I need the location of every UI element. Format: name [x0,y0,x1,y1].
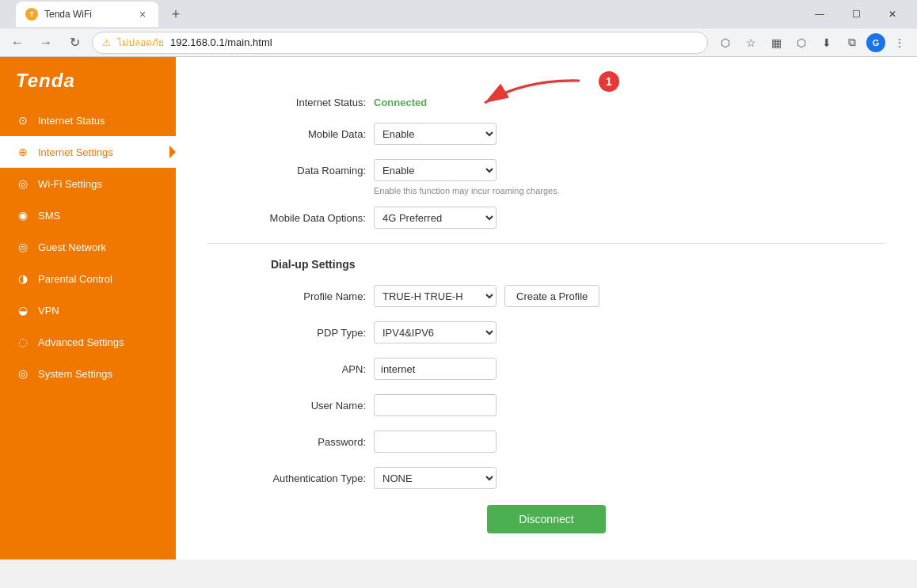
sidebar-item-sms[interactable]: ◉ SMS [0,199,176,231]
active-arrow [169,146,176,158]
disconnect-button[interactable]: Disconnect [487,505,605,533]
address-text: 192.168.0.1/main.html [170,36,698,48]
data-roaming-help-text: Enable this function may incur roaming c… [374,186,885,195]
parental-icon: ◑ [16,272,30,285]
cast-icon-button[interactable]: ⬡ [714,32,736,54]
security-icon: ⚠ [102,37,111,48]
sms-icon: ◉ [16,209,30,222]
auth-type-row: Authentication Type: NONE PAP CHAP [207,467,885,489]
profile-name-select[interactable]: TRUE-H TRUE-H [374,285,497,307]
bookmark-button[interactable]: ☆ [740,32,762,54]
apn-label: APN: [207,363,366,375]
data-roaming-label: Data Roaming: [207,165,366,176]
download-button[interactable]: ⬇ [816,32,838,54]
annotation-badge: 1 [599,71,619,92]
address-bar: ← → ↻ ⚠ ไม่ปลอดภัย 192.168.0.1/main.html… [0,28,917,57]
google-meet-button[interactable]: ▦ [765,32,787,54]
sidebar-logo: Tenda [0,57,176,104]
password-label: Password: [207,436,366,448]
mobile-data-options-row: Mobile Data Options: 4G Preferred 4G Onl… [207,207,885,229]
forward-button[interactable]: → [35,32,57,54]
wifi-icon: ◎ [16,177,30,190]
profile-name-label: Profile Name: [207,290,366,302]
tab-favicon: T [25,8,38,21]
internet-status-row: Internet Status: Connected [207,97,885,108]
internet-status-value: Connected [374,97,427,108]
sidebar: Tenda ⊙ Internet Status ⊕ Internet Setti… [0,57,176,560]
sidebar-item-parental-label: Parental Control [38,273,112,285]
sidebar-item-sms-label: SMS [38,210,60,222]
new-tab-button[interactable]: + [165,3,187,25]
window-controls: — ☐ ✕ [801,0,911,28]
annotation-arrow [461,71,603,119]
extensions-button[interactable]: ⬡ [790,32,812,54]
sidebar-item-guest-network[interactable]: ◎ Guest Network [0,231,176,263]
main-content: 1 Internet Status: Connected Mobile Data… [176,57,917,560]
internet-status-label: Internet Status: [207,97,366,108]
puzzle-button[interactable]: ⧉ [841,32,863,54]
pdp-type-label: PDP Type: [207,327,366,339]
sidebar-item-vpn-label: VPN [38,305,59,317]
mobile-data-label: Mobile Data: [207,128,366,140]
password-input[interactable] [374,431,497,453]
pdp-type-row: PDP Type: IPV4&IPV6 IPV4 IPV6 [207,321,885,343]
mobile-data-row: Mobile Data: Enable Disable [207,123,885,145]
sidebar-item-vpn[interactable]: ◒ VPN [0,294,176,326]
username-label: User Name: [207,400,366,412]
sidebar-item-parental-control[interactable]: ◑ Parental Control [0,263,176,294]
reload-button[interactable]: ↻ [63,32,86,54]
sidebar-item-wifi-label: Wi-Fi Settings [38,178,102,190]
data-roaming-select[interactable]: Enable Disable [374,159,497,181]
maximize-button[interactable]: ☐ [838,0,874,28]
app-layout: Tenda ⊙ Internet Status ⊕ Internet Setti… [0,57,917,560]
security-warning-text: ไม่ปลอดภัย [117,35,164,50]
system-settings-icon: ◎ [16,367,30,380]
sidebar-item-advanced-label: Advanced Settings [38,336,124,348]
section-divider [207,243,885,244]
username-input[interactable] [374,394,497,416]
mobile-data-options-label: Mobile Data Options: [207,212,366,224]
tab-close-button[interactable]: × [136,8,149,21]
sidebar-item-internet-settings-label: Internet Settings [38,146,113,158]
create-profile-button[interactable]: Create a Profile [504,285,599,307]
sidebar-item-wifi-settings[interactable]: ◎ Wi-Fi Settings [0,168,176,199]
sidebar-item-internet-status-label: Internet Status [38,115,105,127]
menu-button[interactable]: ⋮ [888,32,911,54]
advanced-settings-icon: ◌ [16,336,30,348]
minimize-button[interactable]: — [801,0,838,28]
guest-network-icon: ◎ [16,241,30,253]
auth-type-select[interactable]: NONE PAP CHAP [374,467,497,489]
data-roaming-row: Data Roaming: Enable Disable [207,159,885,181]
sidebar-item-internet-status[interactable]: ⊙ Internet Status [0,104,176,136]
password-row: Password: [207,431,885,453]
tab-label: Tenda WiFi [44,9,130,20]
sidebar-item-system-settings[interactable]: ◎ System Settings [0,358,176,389]
sidebar-item-system-label: System Settings [38,368,112,380]
profile-avatar[interactable]: G [866,33,885,52]
dialup-section-title: Dial-up Settings [271,258,885,271]
pdp-type-select[interactable]: IPV4&IPV6 IPV4 IPV6 [374,321,497,343]
close-button[interactable]: ✕ [874,0,911,28]
apn-row: APN: [207,358,885,380]
address-input-wrap[interactable]: ⚠ ไม่ปลอดภัย 192.168.0.1/main.html [92,32,708,54]
internet-status-icon: ⊙ [16,114,30,127]
tab-bar: T Tenda WiFi × + [10,0,798,28]
sidebar-item-guest-network-label: Guest Network [38,241,106,253]
auth-type-label: Authentication Type: [207,472,366,484]
apn-input[interactable] [374,358,497,380]
internet-settings-icon: ⊕ [16,146,30,158]
sidebar-item-internet-settings[interactable]: ⊕ Internet Settings [0,136,176,168]
username-row: User Name: [207,394,885,416]
back-button[interactable]: ← [6,32,29,54]
browser-tab[interactable]: T Tenda WiFi × [16,2,158,27]
toolbar-icons: ⬡ ☆ ▦ ⬡ ⬇ ⧉ G ⋮ [714,32,911,54]
profile-name-row: Profile Name: TRUE-H TRUE-H Create a Pro… [207,285,885,307]
annotation-container: 1 [461,71,619,119]
mobile-data-select[interactable]: Enable Disable [374,123,497,145]
mobile-data-options-select[interactable]: 4G Preferred 4G Only 3G Only 2G Only [374,207,497,229]
browser-titlebar: T Tenda WiFi × + — ☐ ✕ [0,0,917,28]
vpn-icon: ◒ [16,304,30,317]
sidebar-item-advanced-settings[interactable]: ◌ Advanced Settings [0,326,176,358]
